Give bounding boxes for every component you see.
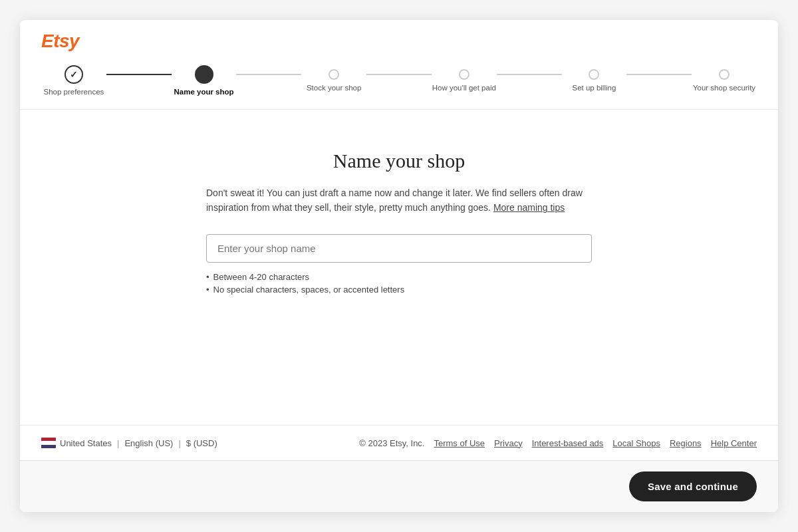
local-shops-link[interactable]: Local Shops xyxy=(612,438,660,448)
help-center-link[interactable]: Help Center xyxy=(711,438,757,448)
regions-link[interactable]: Regions xyxy=(670,438,702,448)
main-window: Etsy ✓ Shop preferences Name your shop S… xyxy=(20,20,778,512)
main-content: Name your shop Don't sweat it! You can j… xyxy=(20,110,778,425)
save-continue-button[interactable]: Save and continue xyxy=(629,471,757,501)
rule-characters: Between 4-20 characters xyxy=(206,272,592,282)
step-circle-3 xyxy=(329,69,339,80)
etsy-logo: Etsy xyxy=(41,31,79,52)
terms-link[interactable]: Terms of Use xyxy=(434,438,485,448)
naming-tips-link[interactable]: More naming tips xyxy=(493,202,565,213)
step-stock-your-shop: Stock your shop xyxy=(301,65,366,92)
footer-locale: United States | English (US) | $ (USD) xyxy=(41,438,217,448)
step-circle-4 xyxy=(459,69,469,80)
step-circle-1: ✓ xyxy=(65,65,83,84)
step-label-1: Shop preferences xyxy=(44,88,104,96)
step-how-paid: How you'll get paid xyxy=(432,65,497,92)
connector-1-2 xyxy=(106,74,172,75)
step-name-your-shop: Name your shop xyxy=(172,65,237,96)
step-shop-preferences: ✓ Shop preferences xyxy=(41,65,106,96)
step-circle-2 xyxy=(195,65,213,84)
check-icon: ✓ xyxy=(70,69,78,80)
step-circle-6 xyxy=(719,69,730,80)
connector-3-4 xyxy=(366,74,432,75)
step-label-6: Your shop security xyxy=(693,84,755,92)
bottom-bar: Save and continue xyxy=(20,460,778,512)
step-label-4: How you'll get paid xyxy=(432,84,496,92)
header: Etsy ✓ Shop preferences Name your shop S… xyxy=(20,20,778,110)
us-flag-icon xyxy=(41,438,56,448)
footer-language[interactable]: English (US) xyxy=(124,438,173,448)
step-label-5: Set up billing xyxy=(572,84,616,92)
step-circle-5 xyxy=(589,69,599,80)
privacy-link[interactable]: Privacy xyxy=(494,438,523,448)
step-label-3: Stock your shop xyxy=(307,84,361,92)
footer-copyright: © 2023 Etsy, Inc. xyxy=(359,438,424,448)
footer-links: © 2023 Etsy, Inc. Terms of Use Privacy I… xyxy=(359,438,757,448)
stepper: ✓ Shop preferences Name your shop Stock … xyxy=(41,65,757,109)
description-text: Don't sweat it! You can just draft a nam… xyxy=(206,186,592,215)
rule-special-chars: No special characters, spaces, or accent… xyxy=(206,285,592,295)
page-title: Name your shop xyxy=(333,150,465,172)
step-security: Your shop security xyxy=(692,65,757,92)
connector-5-6 xyxy=(626,74,692,75)
connector-4-5 xyxy=(497,74,562,75)
rules-list: Between 4-20 characters No special chara… xyxy=(206,272,592,297)
footer-country[interactable]: United States xyxy=(60,438,112,448)
connector-2-3 xyxy=(236,74,301,75)
footer-currency[interactable]: $ (USD) xyxy=(186,438,217,448)
shop-name-input[interactable] xyxy=(206,234,592,263)
step-label-2: Name your shop xyxy=(174,88,233,96)
interest-ads-link[interactable]: Interest-based ads xyxy=(532,438,604,448)
footer: United States | English (US) | $ (USD) ©… xyxy=(20,425,778,460)
step-billing: Set up billing xyxy=(562,65,627,92)
